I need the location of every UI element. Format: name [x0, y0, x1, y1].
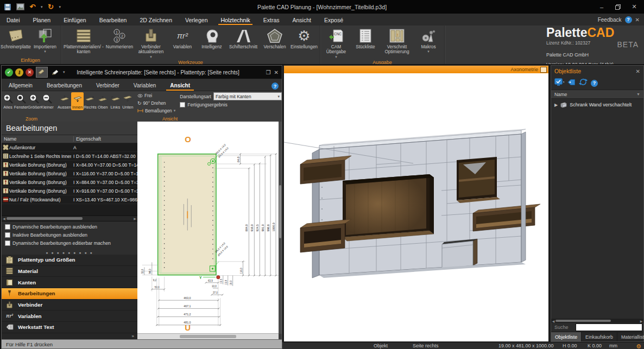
tab-einkaufskorb[interactable]: Einkaufskorb [582, 332, 617, 341]
nav-werkstatt-text[interactable]: Werkstatt Text [2, 322, 137, 333]
toolbar-more-icon[interactable]: ▾ [59, 5, 61, 9]
view-unten-button[interactable]: Unten [122, 92, 134, 110]
viewport-restore-icon[interactable] [540, 67, 547, 73]
toolbar-more-icon[interactable]: ▾ [63, 70, 65, 74]
minimize-button[interactable]: – [594, 2, 609, 12]
key-icon[interactable]: ⚷ [15, 68, 23, 77]
tab-ansicht[interactable]: Ansicht [163, 81, 197, 91]
viewport-canvas[interactable] [284, 73, 549, 341]
intelligenz-button[interactable]: Intelligenz [197, 27, 226, 49]
view-innen-button[interactable]: Innen [71, 92, 84, 110]
tab-allgemein[interactable]: Allgemein [2, 81, 40, 91]
zoom-out-button[interactable]: Kleiner [41, 92, 54, 110]
feedback-link[interactable]: Feedback [598, 17, 622, 23]
scrollbar-thumb[interactable] [279, 185, 281, 238]
table-row[interactable]: Lochreihe 1 Seite Rechts Innen.I D=5.00 … [2, 152, 137, 161]
canvas-vertical-scrollbar[interactable] [279, 122, 282, 334]
makros-button[interactable]: Makros ▾ [414, 27, 443, 54]
restore-button[interactable] [610, 2, 626, 12]
expand-icon[interactable]: ▶ [554, 103, 558, 107]
table-row[interactable]: Vertikale Bohrung (Bohrung)I X=884.00 Y=… [2, 178, 137, 187]
hide-inactive-checkbox[interactable]: Inaktive Bearbeitungen ausblenden [5, 232, 134, 238]
table-row[interactable]: Vertikale Bohrung (Bohrung)I X=84.00 Y=3… [2, 161, 137, 169]
child-restore-button[interactable]: ❒ [266, 69, 271, 75]
table-horizontal-scrollbar[interactable]: ◀ ▶ [2, 215, 137, 221]
importieren-button[interactable]: Importieren ▾ [30, 27, 60, 54]
editable-dynamic-checkbox[interactable]: Dynamische Bearbeitungen editierbar mach… [5, 240, 134, 246]
tab-verbinder[interactable]: Verbinder [89, 81, 127, 91]
image-icon[interactable] [16, 3, 24, 11]
zoom-in-button[interactable]: Größer [28, 92, 41, 110]
column-eigenschaft[interactable]: Eigenschaft [74, 136, 137, 142]
objects-horizontal-scrollbar[interactable]: ◀ ▶ [551, 319, 643, 323]
menu-bearbeiten[interactable]: Bearbeiten [93, 15, 134, 25]
menu-einfuegen[interactable]: Einfügen [57, 15, 92, 25]
search-input[interactable] [576, 323, 642, 331]
menu-verlegen[interactable]: Verlegen [179, 15, 214, 25]
status-object-name[interactable]: Seite rechts [413, 343, 439, 348]
scroll-left-icon[interactable]: ◀ [2, 217, 7, 220]
save-icon[interactable] [3, 3, 12, 11]
broom-icon[interactable] [50, 67, 61, 77]
column-name[interactable]: Name [2, 136, 74, 142]
help-icon[interactable]: ? [591, 80, 598, 87]
schifterschnitt-button[interactable]: Schifterschnitt [226, 27, 260, 49]
help-icon[interactable]: ? [625, 16, 632, 23]
fertigungsergebnis-checkbox[interactable]: Fertigungsergebnis [180, 102, 282, 107]
verbinder-aktualisieren-button[interactable]: Verbinder aktualisieren ▾ [134, 27, 168, 59]
apply-icon[interactable]: ✓ [5, 68, 13, 77]
panel-expand-icon[interactable]: » [132, 334, 134, 339]
plattenmaterialien-button[interactable]: Plattenmaterialien/ -kanten [62, 27, 105, 55]
redo-icon[interactable]: ↻ [47, 3, 55, 11]
menu-extras[interactable]: Extras [257, 15, 286, 25]
menu-holztechnik[interactable]: Holztechnik [214, 15, 256, 25]
schreinerplatte-button[interactable]: Schreinerplatte [1, 27, 30, 49]
visibility-icon[interactable]: ▾ [554, 78, 564, 88]
undo-dropdown-icon[interactable]: ▾ [41, 5, 43, 9]
tag-icon[interactable] [567, 78, 576, 88]
nav-plattentyp[interactable]: Plattentyp und Größen [2, 255, 137, 266]
scroll-left-icon[interactable]: ◀ [551, 319, 555, 323]
view-aussen-button[interactable]: Aussen [58, 92, 71, 110]
scrollbar-thumb[interactable] [555, 320, 611, 322]
splitter-handle[interactable]: ● ● ● ● ● ● ● ● ● [2, 251, 137, 255]
nav-material[interactable]: Material [2, 266, 137, 277]
verschnitt-button[interactable]: ! Verschnitt Optimierung [380, 27, 414, 55]
paintbrush-icon[interactable] [36, 67, 48, 78]
menu-ansicht[interactable]: Ansicht [286, 15, 318, 25]
zoom-all-button[interactable]: Alles [2, 92, 14, 110]
nav-variablen[interactable]: πr² Variablen [2, 310, 137, 322]
discard-icon[interactable]: ✕ [26, 68, 34, 77]
nav-kanten[interactable]: Kanten [2, 277, 137, 288]
variablen-button[interactable]: πr² Variablen [168, 27, 197, 49]
scroll-right-icon[interactable]: ▶ [639, 319, 643, 323]
menu-datei[interactable]: Datei [0, 15, 27, 25]
nummerieren-button[interactable]: 123 Nummerieren [105, 27, 134, 49]
nav-verbinder[interactable]: Verbinder [2, 300, 137, 311]
display-mode-select[interactable]: Farbig mit Kanten ▾ [213, 92, 282, 100]
scroll-right-icon[interactable]: ▶ [132, 217, 137, 220]
menu-planen[interactable]: Planen [27, 15, 58, 25]
canvas-horizontal-scrollbar[interactable] [137, 333, 279, 339]
column-name[interactable]: Name [554, 92, 567, 97]
dimensions-option[interactable]: Bemaßungen ▾ [137, 107, 175, 114]
tab-materialliste[interactable]: Materialliste [617, 332, 644, 341]
view-links-button[interactable]: Links [109, 92, 122, 110]
tree-item[interactable]: ▶ Schrank Wand verschachtelt [551, 100, 643, 109]
refresh-icon[interactable] [579, 78, 588, 88]
stueckliste-button[interactable]: Stückliste [351, 27, 380, 49]
menu-2d-zeichnen[interactable]: 2D Zeichnen [133, 15, 179, 25]
rotate-90-option[interactable]: ↻ 90° Drehen [137, 100, 175, 106]
scrollbar-thumb[interactable] [7, 217, 83, 220]
help-icon[interactable]: ? [272, 83, 279, 90]
nav-bearbeitungen[interactable]: Bearbeitungen [2, 288, 137, 300]
tab-variablen[interactable]: Variablen [127, 81, 163, 91]
menu-expose[interactable]: Exposé [318, 15, 350, 25]
2d-drawing-canvas[interactable]: O U [137, 122, 279, 334]
table-row[interactable]: Vertikale Bohrung (Bohrung)I X=116.00 Y=… [2, 169, 137, 178]
ribbon-close-icon[interactable]: ✕ [635, 17, 640, 23]
verschalen-button[interactable]: Verschalen [260, 27, 289, 49]
status-unit[interactable]: mm [609, 343, 617, 348]
panel-close-icon[interactable]: ✕ [636, 68, 640, 74]
undo-icon[interactable]: ↶ [28, 3, 37, 11]
